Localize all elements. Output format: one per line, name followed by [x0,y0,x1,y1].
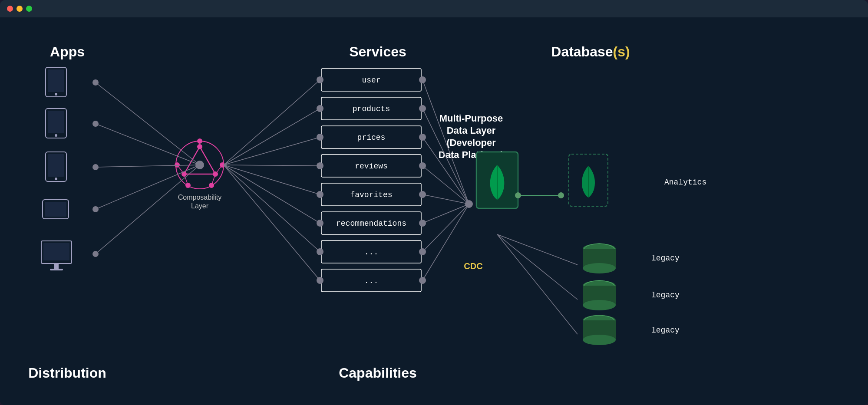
svg-text:...: ... [364,248,378,257]
services-label: Services [349,44,406,59]
analytics-label: Analytics [664,178,706,187]
svg-text:recommendations: recommendations [336,219,406,228]
svg-text:products: products [353,105,390,113]
svg-rect-2 [48,69,64,92]
svg-point-81 [583,335,616,345]
composability-label-line2: Layer [191,202,209,210]
mongo2-left-dot [558,192,564,198]
mongodb-main-icon [476,152,518,208]
cdc-label: CDC [464,261,482,271]
svg-rect-10 [48,154,64,177]
main-content: Apps Services Database(s) Distribution C… [0,17,868,405]
svg-rect-17 [43,243,69,260]
mongo-right-dot [515,192,521,198]
legacy-label-2: legacy [651,291,680,300]
svg-rect-18 [54,263,59,269]
close-button[interactable] [7,6,13,12]
datalayer-line1: Multi-Purpose [439,113,503,124]
svg-point-11 [55,178,57,180]
window: Apps Services Database(s) Distribution C… [0,0,868,405]
legacy-db-2 [583,280,616,310]
svg-text:...: ... [364,277,378,285]
legacy-label-1: legacy [651,254,680,263]
svg-text:prices: prices [357,133,386,142]
legacy-db-1 [583,244,616,273]
titlebar [0,0,868,17]
composability-label-line1: Composability [178,194,221,201]
svg-rect-6 [48,111,64,133]
svg-point-78 [583,300,616,310]
svg-rect-19 [50,269,63,270]
svg-text:reviews: reviews [355,162,388,171]
databases-label: Database(s) [551,44,630,59]
diagram-svg: Apps Services Database(s) Distribution C… [0,17,868,405]
svg-point-3 [55,93,57,95]
distribution-label: Distribution [28,365,106,381]
minimize-button[interactable] [17,6,23,12]
svg-point-75 [583,263,616,273]
legacy-label-3: legacy [651,326,680,335]
svg-rect-14 [45,202,66,217]
datalayer-line2: Data Layer [447,125,496,136]
datalayer-line3: (Developer [446,137,496,148]
svg-point-7 [55,134,57,137]
capabilities-label: Capabilities [339,365,417,381]
maximize-button[interactable] [26,6,32,12]
svg-rect-0 [0,17,868,405]
apps-label: Apps [50,44,85,59]
legacy-db-3 [583,315,616,345]
svg-text:user: user [362,76,380,85]
svg-text:favorites: favorites [350,191,392,199]
